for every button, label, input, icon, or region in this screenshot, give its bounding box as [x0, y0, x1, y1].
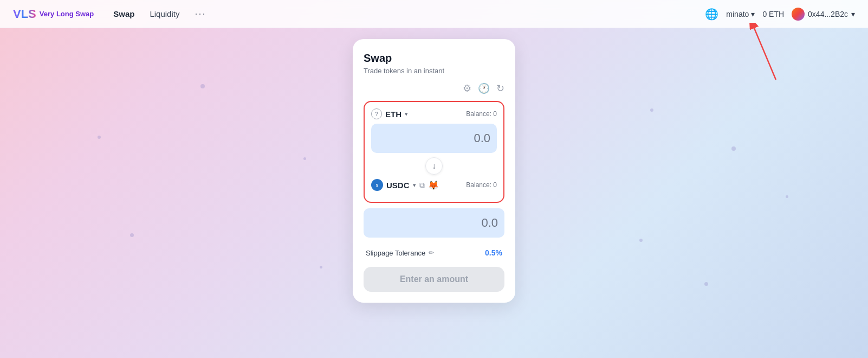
- annotation-arrow: [738, 23, 781, 82]
- wallet-chevron: ▾: [851, 10, 855, 18]
- nav-links: Swap Liquidity ···: [113, 8, 206, 20]
- usdc-icon: $: [371, 179, 383, 191]
- wallet-addr-text: 0x44...2B2c: [808, 10, 848, 18]
- to-token-balance: Balance: 0: [466, 181, 497, 189]
- help-icon[interactable]: ?: [371, 108, 382, 119]
- svg-line-1: [754, 28, 776, 80]
- edit-slippage-icon[interactable]: ✏: [429, 249, 434, 257]
- from-token-row: ? ETH ▾ Balance: 0: [371, 108, 497, 119]
- to-token-chevron: ▾: [413, 182, 416, 189]
- swap-direction: ↓: [365, 153, 503, 179]
- slippage-value: 0.5%: [485, 248, 502, 257]
- slippage-row: Slippage Tolerance ✏ 0.5%: [364, 244, 504, 261]
- from-amount-input[interactable]: 0.0: [371, 124, 497, 153]
- settings-icon[interactable]: ⚙: [463, 82, 471, 94]
- copy-icon[interactable]: ⧉: [419, 181, 425, 190]
- network-selector[interactable]: minato ▾: [726, 10, 755, 18]
- to-token-name: USDC: [386, 181, 410, 190]
- swap-token-outer: ? ETH ▾ Balance: 0 0.0 ↓ $ USDC ▾ ⧉ 🦊: [364, 101, 504, 203]
- refresh-icon[interactable]: ↻: [496, 82, 504, 94]
- swap-direction-button[interactable]: ↓: [425, 157, 443, 175]
- logo-name: Very Long Swap: [40, 10, 94, 18]
- wallet-address[interactable]: 0x44...2B2c ▾: [792, 8, 855, 21]
- to-token-selector[interactable]: $ USDC ▾ ⧉ 🦊: [371, 179, 439, 191]
- navbar: VLS Very Long Swap Swap Liquidity ··· 🌐 …: [0, 0, 868, 28]
- metamask-icon[interactable]: 🦊: [428, 180, 439, 190]
- nav-liquidity[interactable]: Liquidity: [150, 9, 179, 18]
- slippage-label: Slippage Tolerance ✏: [366, 249, 434, 257]
- to-token-row: $ USDC ▾ ⧉ 🦊 Balance: 0: [371, 179, 497, 191]
- history-icon[interactable]: 🕐: [478, 82, 490, 94]
- network-chevron: ▾: [751, 10, 755, 18]
- eth-balance: 0 ETH: [762, 10, 784, 18]
- swap-toolbar: ⚙ 🕐 ↻: [364, 82, 504, 94]
- logo-vls: VLS: [13, 7, 36, 21]
- swap-subtitle: Trade tokens in an instant: [364, 67, 504, 75]
- nav-more[interactable]: ···: [195, 8, 206, 20]
- swap-card: Swap Trade tokens in an instant ⚙ 🕐 ↻ ? …: [353, 39, 515, 303]
- wallet-avatar: [792, 8, 805, 21]
- enter-amount-button[interactable]: Enter an amount: [364, 267, 504, 292]
- from-token-section: ? ETH ▾ Balance: 0 0.0: [365, 102, 503, 153]
- logo: VLS Very Long Swap: [13, 7, 94, 21]
- to-token-section: $ USDC ▾ ⧉ 🦊 Balance: 0: [365, 179, 503, 202]
- globe-icon[interactable]: 🌐: [705, 8, 718, 21]
- from-token-selector[interactable]: ? ETH ▾: [371, 108, 408, 119]
- navbar-right: 🌐 minato ▾ 0 ETH 0x44...2B2c ▾: [705, 8, 855, 21]
- from-token-name: ETH: [385, 110, 401, 119]
- nav-swap[interactable]: Swap: [113, 9, 134, 18]
- network-name: minato: [726, 10, 749, 18]
- from-token-balance: Balance: 0: [466, 110, 497, 118]
- from-token-chevron: ▾: [405, 111, 408, 118]
- swap-title: Swap: [364, 52, 504, 65]
- slippage-label-text: Slippage Tolerance: [366, 249, 425, 257]
- to-amount-display: 0.0: [364, 208, 504, 238]
